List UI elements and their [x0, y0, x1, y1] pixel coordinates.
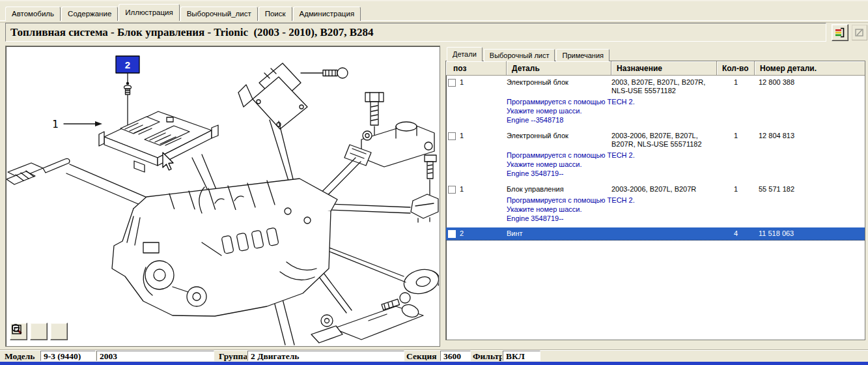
zoom-controls [10, 323, 68, 340]
filter-value-box: ВКЛ [503, 351, 540, 361]
model-label: Модель [5, 351, 40, 362]
tab-primechania[interactable]: Примечания [556, 49, 609, 61]
table-row[interactable]: 1 Блок управления 2003-2006, B207L, B207… [446, 182, 865, 227]
row-checkbox[interactable] [448, 186, 456, 194]
row-main: 2 Винт 4 11 518 063 [446, 227, 865, 240]
qty-value: 1 [717, 132, 755, 149]
part-number: 11 518 063 [755, 229, 865, 238]
oval-callout-line [323, 249, 406, 282]
pos-cell: 1 [446, 78, 507, 95]
header-pos[interactable]: поз [446, 61, 507, 76]
bracket-drawing [411, 155, 438, 222]
tab-poisk[interactable]: Поиск [259, 7, 292, 21]
page-title-text: Топливная система - Блок управления - Tr… [10, 26, 374, 39]
note-line: Engine 3548719-- [507, 169, 865, 178]
crank-sensor-drawing [311, 293, 423, 343]
row-main: 1 Электронный блок 2003-2006, B207E, B20… [446, 129, 865, 149]
pos-cell: 1 [446, 132, 507, 149]
fit-view-button[interactable] [50, 323, 68, 340]
row-main: 1 Электронный блок 2003, B207E, B207L, B… [446, 76, 865, 95]
pos-value: 2 [460, 229, 464, 238]
app-window: Автомобиль Содержание Иллюстрация Выборо… [0, 0, 868, 365]
detail-tabbar: Детали Выборочный лист Примечания [447, 47, 611, 61]
purpose-line: 2003, B207E, B207L, B207R, [611, 78, 713, 87]
qty-value: 4 [717, 229, 755, 238]
note-line: Engine 3548719-- [507, 214, 865, 223]
filter-label: Фильтр [473, 351, 502, 362]
zoom-out-button[interactable] [30, 323, 48, 340]
tab-vyborochny-list-detail[interactable]: Выборочный лист [484, 49, 555, 61]
note-line: Укажите номер шасси. [507, 205, 865, 214]
bolt-top-right-drawing [365, 93, 384, 136]
pos-cell: 1 [446, 185, 507, 194]
note-line: Укажите номер шасси. [507, 106, 865, 115]
parts-table-header: поз Деталь Назначение Кол-во Номер детал… [446, 61, 865, 76]
table-row[interactable]: 1 Электронный блок 2003-2006, B207E, B20… [446, 129, 865, 182]
group-label: Группа [219, 351, 247, 362]
note-line: Программируется с помощью TECH 2. [507, 97, 865, 106]
purpose-line: 2003-2006, B207L, B207R [611, 185, 713, 194]
row-checkbox[interactable] [448, 79, 456, 87]
ecu-drawing [99, 111, 218, 172]
note-line: Укажите номер шасси. [507, 160, 865, 169]
module-drawing [238, 63, 348, 129]
row-checkbox[interactable] [448, 132, 456, 140]
tab-detali[interactable]: Детали [447, 47, 483, 61]
note-line: Программируется с помощью TECH 2. [507, 196, 865, 205]
purpose-line: 2003-2006, B207E, B207L, [611, 132, 713, 140]
section-list-button[interactable] [832, 24, 848, 41]
page-title: Топливная система - Блок управления - Tr… [5, 23, 826, 42]
purpose-cell [611, 229, 717, 238]
engine-illustration: 2 1 [7, 47, 439, 345]
part-name: Блок управления [507, 185, 611, 194]
tab-avtomobil[interactable]: Автомобиль [5, 7, 61, 21]
row-notes: Программируется с помощью TECH 2. Укажит… [507, 95, 865, 129]
part-number: 12 800 388 [755, 78, 865, 95]
header-purpose[interactable]: Назначение [611, 61, 717, 76]
row-main: 1 Блок управления 2003-2006, B207L, B207… [446, 182, 865, 194]
row-notes: Программируется с помощью TECH 2. Укажит… [507, 194, 865, 227]
purpose-line: NLS-USE 55571182 [611, 87, 713, 95]
table-row[interactable]: 1 Электронный блок 2003, B207E, B207L, B… [446, 76, 865, 129]
tab-administracia[interactable]: Администрация [293, 7, 361, 21]
pos-value: 1 [460, 185, 464, 194]
header-qty[interactable]: Кол-во [717, 61, 755, 76]
header-part[interactable]: Деталь [507, 61, 611, 76]
tab-illustracia[interactable]: Иллюстрация [119, 4, 179, 21]
purpose-cell: 2003, B207E, B207L, B207R, NLS-USE 55571… [611, 78, 717, 95]
note-line: Программируется с помощью TECH 2. [507, 151, 865, 160]
edit-note-button[interactable] [852, 25, 867, 40]
group-value-box: 2 Двигатель [247, 351, 404, 361]
model-value-box: 9-3 (9440) [40, 351, 96, 361]
purpose-cell: 2003-2006, B207E, B207L, B207R, NLS-USE … [611, 132, 717, 149]
pos-value: 1 [460, 78, 464, 87]
row-notes: Программируется с помощью TECH 2. Укажит… [507, 149, 865, 182]
pos-value: 1 [460, 132, 464, 140]
temp-sensor-drawing [7, 158, 70, 184]
qty-value: 1 [717, 185, 755, 194]
section-label: Секция [406, 351, 440, 362]
note-line: Engine --3548718 [507, 115, 865, 124]
part-name: Винт [507, 229, 611, 238]
bottom-accent-strip [0, 362, 868, 365]
main-tabbar: Автомобиль Содержание Иллюстрация Выборо… [5, 5, 361, 21]
pos-cell: 2 [446, 229, 507, 238]
year-value-box: 2003 [96, 351, 214, 361]
tab-soderzhanie[interactable]: Содержание [61, 7, 118, 21]
oval-sensor-drawing [401, 266, 439, 297]
section-list-icon [834, 27, 846, 38]
row-checkbox[interactable] [448, 230, 456, 238]
part-number: 12 804 813 [755, 132, 865, 149]
status-bar: Модель 9-3 (9440) 2003 Группа 2 Двигател… [0, 350, 868, 362]
illustration-panel: 2 1 [5, 46, 440, 347]
engine-block-drawing [112, 179, 337, 316]
callout-2-box[interactable]: 2 [116, 56, 139, 73]
map-sensor-drawing [344, 122, 434, 167]
callout-1-label[interactable]: 1 [52, 118, 102, 130]
edit-note-icon [854, 27, 865, 38]
part-name: Электронный блок [507, 78, 611, 95]
table-row-selected[interactable]: 2 Винт 4 11 518 063 [446, 227, 865, 241]
header-number[interactable]: Номер детали. [755, 61, 865, 76]
tab-vyborochny-list[interactable]: Выборочный_лист [180, 7, 258, 21]
oval-callout-line [319, 244, 404, 276]
